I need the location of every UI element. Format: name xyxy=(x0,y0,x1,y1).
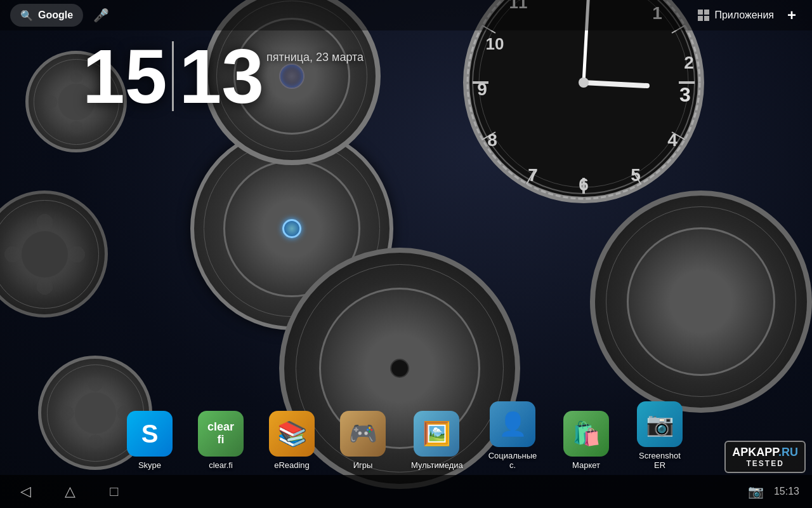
screenshot-icon-img: 📷 xyxy=(637,401,683,447)
svg-point-30 xyxy=(579,77,589,88)
time-widget: 15 13 xyxy=(82,38,264,114)
clearfi-icon-img: clearfi xyxy=(198,411,244,457)
svg-text:4: 4 xyxy=(667,130,678,150)
google-label: Google xyxy=(38,10,73,21)
time-divider xyxy=(172,41,174,111)
apps-grid-icon xyxy=(698,10,710,21)
gear-left-mid xyxy=(0,190,108,318)
ereading-icon-img: 📚 xyxy=(269,411,315,457)
social-label: Социальные с. xyxy=(487,451,538,470)
analog-clock: 12 1 2 3 4 5 6 7 8 9 10 11 xyxy=(463,0,704,203)
home-button[interactable]: △ xyxy=(57,479,82,504)
camera-icon[interactable]: 📷 xyxy=(748,484,764,499)
app-icon-multimedia[interactable]: 🖼️ Мультимедиа xyxy=(411,411,462,470)
watermark-box: APKAPP.RU TESTED xyxy=(724,441,806,473)
app-icon-screenshot[interactable]: 📷 Screenshot ER xyxy=(634,401,685,470)
top-right-controls: Приложения + xyxy=(698,5,802,25)
search-widget[interactable]: 🔍 Google xyxy=(10,4,83,27)
social-icon-img: 👤 xyxy=(490,401,535,447)
nav-buttons: ◁ △ □ xyxy=(13,479,127,504)
ereading-label: eReading xyxy=(274,460,310,470)
svg-text:2: 2 xyxy=(684,53,694,72)
svg-text:5: 5 xyxy=(631,165,641,185)
app-icon-ereading[interactable]: 📚 eReading xyxy=(269,411,315,470)
market-icon-img: 🛍️ xyxy=(563,411,609,457)
date-label: пятница, 23 марта xyxy=(266,51,363,64)
watermark-text2: TESTED xyxy=(732,459,798,468)
app-icon-social[interactable]: 👤 Социальные с. xyxy=(487,401,538,470)
games-label: Игры xyxy=(353,460,373,470)
svg-text:10: 10 xyxy=(486,34,504,53)
svg-text:7: 7 xyxy=(528,165,538,185)
games-icon-img: 🎮 xyxy=(340,411,386,457)
svg-text:6: 6 xyxy=(579,175,589,194)
svg-text:9: 9 xyxy=(477,79,487,99)
app-dock: S Skype clearfi clear.fi 📚 eReading 🎮 Иг… xyxy=(0,401,812,470)
app-icon-skype[interactable]: S Skype xyxy=(127,411,173,470)
time-hours: 15 xyxy=(82,38,167,114)
multimedia-icon-img: 🖼️ xyxy=(414,411,459,457)
nav-bar: ◁ △ □ 📷 15:13 xyxy=(0,475,812,508)
app-icon-market[interactable]: 🛍️ Маркет xyxy=(563,411,609,470)
app-icon-games[interactable]: 🎮 Игры xyxy=(340,411,386,470)
watermark-dot: .RU xyxy=(778,446,798,458)
svg-text:8: 8 xyxy=(487,130,497,150)
watermark-apkapp: APKAPP xyxy=(732,446,778,458)
screenshot-label: Screenshot ER xyxy=(634,451,685,470)
skype-icon-img: S xyxy=(127,411,173,457)
search-icon: 🔍 xyxy=(20,10,33,22)
apps-widget[interactable]: Приложения xyxy=(698,10,774,21)
svg-line-28 xyxy=(584,83,647,86)
recent-apps-button[interactable]: □ xyxy=(102,479,127,504)
watermark-text1: APKAPP.RU xyxy=(732,446,798,459)
mic-icon[interactable]: 🎤 xyxy=(93,8,109,23)
back-button[interactable]: ◁ xyxy=(13,479,38,504)
skype-label: Skype xyxy=(138,460,161,470)
status-time: 15:13 xyxy=(774,486,799,497)
watermark: APKAPP.RU TESTED xyxy=(724,441,806,473)
add-widget-button[interactable]: + xyxy=(782,5,802,25)
clearfi-label: clear.fi xyxy=(209,460,233,470)
time-minutes: 13 xyxy=(179,38,263,114)
gear-right xyxy=(590,190,812,413)
market-label: Маркет xyxy=(572,460,600,470)
apps-label: Приложения xyxy=(714,10,774,21)
multimedia-label: Мультимедиа xyxy=(411,460,462,470)
app-icon-clearfi[interactable]: clearfi clear.fi xyxy=(198,411,244,470)
nav-right: 📷 15:13 xyxy=(748,484,799,499)
svg-text:3: 3 xyxy=(679,83,691,106)
status-bar: 🔍 Google 🎤 Приложения + xyxy=(0,0,812,30)
